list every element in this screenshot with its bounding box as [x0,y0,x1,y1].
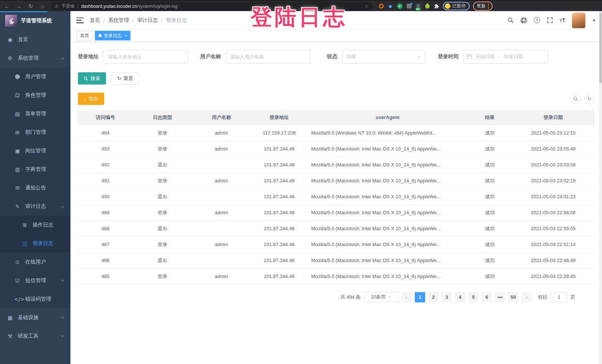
breadcrumb-item[interactable]: 首页 [90,17,100,24]
page-button-3[interactable]: 3 [441,292,452,302]
prev-page-button[interactable]: ‹ [401,292,412,302]
page-button-6[interactable]: 6 [482,292,492,302]
table-cell: 488 [78,221,133,236]
tag-首页[interactable]: 首页 [76,31,93,40]
table-row[interactable]: 493登录admin101.87.244.46Mozilla/5.0 (Maci… [78,141,595,157]
refresh-table-icon[interactable]: ↻ [584,94,595,104]
table-row[interactable]: 487登录admin101.87.244.46Mozilla/5.0 (Maci… [78,236,595,252]
table-row[interactable]: 494登录admin117.159.17.226Mozilla/5.0 (Win… [78,125,595,141]
address-input[interactable] [103,50,188,63]
table-cell: 2021-05-03 22:55:05 [512,221,595,236]
home-icon[interactable]: ⌂ [39,3,47,9]
user-avatar[interactable] [572,13,585,28]
table-cell: 101.87.244.46 [251,157,308,173]
caret-down-icon[interactable]: ▼ [592,18,596,23]
breadcrumb-item[interactable]: 系统管理 [108,17,129,24]
github-icon[interactable] [520,17,527,24]
sidebar-item-操作日志[interactable]: ≣操作日志 [0,216,70,234]
sidebar-item-短信管理[interactable]: ☑短信管理 [0,271,70,290]
page-size-select[interactable]: 10条/页 [364,292,398,302]
sidebar-item-研发工具[interactable]: ⚒研发工具 [0,327,70,345]
help-icon[interactable]: ? [534,17,540,23]
sidebar-item-在线用户[interactable]: ⊙在线用户 [0,253,70,271]
table-cell: admin [192,268,251,284]
reload-icon[interactable]: ↻ [27,3,35,10]
window-scrollbar[interactable] [599,11,602,364]
back-icon[interactable]: ← [3,3,11,9]
extension-green-icon[interactable]: ♥ [397,3,403,9]
date-range-picker[interactable]: 开始日期 - 结束日期 [463,50,548,63]
breadcrumb-item[interactable]: 审计日志 [137,17,158,24]
table-cell [192,189,251,205]
table-cell: 487 [78,236,133,252]
sidebar-item-登录日志[interactable]: ◫登录日志 [0,234,70,253]
sidebar-item-基础设施[interactable]: ▦基础设施 [0,308,70,327]
sidebar-item-label: 菜单管理 [25,110,46,117]
table-row[interactable]: 489登录admin101.87.244.46Mozilla/5.0 (Maci… [78,205,595,221]
table-row[interactable]: 485登录admin101.87.244.46Mozilla/5.0 (Maci… [78,268,595,284]
table-row[interactable]: 490退出101.87.244.46Mozilla/5.0 (Macintosh… [78,189,595,205]
page-button-5[interactable]: 5 [468,292,479,302]
paused-extension-pill[interactable]: 已暂停 [443,2,470,10]
reset-button[interactable]: ↻ 重置 [111,72,139,85]
sidebar-item-错误码管理[interactable]: </>错误码管理 [0,290,70,308]
url-text[interactable]: dashboard.yudao.iocoder.cn/system/log/lo… [81,4,178,9]
export-button[interactable]: ↓ 导出 [78,93,104,105]
username-input[interactable] [225,50,311,63]
extensions-puzzle-icon[interactable] [434,3,440,9]
table-row[interactable]: 488退出101.87.244.46Mozilla/5.0 (Macintosh… [78,221,595,236]
security-label[interactable]: 不安全 [62,3,75,9]
goto-page-input[interactable] [550,292,568,302]
end-date-placeholder[interactable]: 结束日期 [504,53,523,60]
hamburger-icon[interactable] [76,17,84,23]
sidebar-item-角色管理[interactable]: ☺角色管理 [0,86,70,105]
column-header: 登录日期 [512,110,595,125]
sidebar-item-岗位管理[interactable]: ▣岗位管理 [0,142,70,160]
more-pages-button[interactable]: ••• [495,292,505,302]
bookmark-star-icon[interactable]: ☆ [364,4,368,9]
tag-close-icon[interactable]: × [125,33,127,38]
table-cell: 登录 [133,141,192,157]
sidebar-item-用户管理[interactable]: ☻用户管理 [0,67,70,86]
font-size-icon[interactable]: TT [560,17,565,23]
fullscreen-icon[interactable] [547,17,553,23]
sidebar-item-菜单管理[interactable]: ▤菜单管理 [0,105,70,123]
toggle-search-icon[interactable] [570,94,580,104]
page-button-1[interactable]: 1 [415,292,425,302]
extension-grid-icon[interactable] [406,3,412,9]
time-label: 登录时间 [438,53,459,60]
table-row[interactable]: 486退出101.87.244.46Mozilla/5.0 (Macintosh… [78,252,595,268]
search-icon[interactable] [507,17,514,23]
loading-progress-bar [0,11,47,12]
scrollbar-thumb[interactable] [599,13,602,83]
start-date-placeholder[interactable]: 开始日期 [476,53,495,60]
search-button[interactable]: 搜索 [78,72,106,85]
extension-donut-icon[interactable] [378,3,384,9]
sms-icon: ☑ [14,278,21,284]
app-logo-row[interactable]: 芋道管理系统 [0,11,70,30]
sidebar-item-字典管理[interactable]: ▥字典管理 [0,160,70,179]
sidebar-item-label: 岗位管理 [25,148,46,154]
extension-list-icon[interactable]: ☰on [415,3,421,9]
table-cell: 成功 [468,268,512,284]
sidebar-item-首页[interactable]: ◉首页 [0,30,70,49]
page-button-4[interactable]: 4 [455,292,465,302]
forward-icon[interactable]: → [15,3,23,9]
sidebar-item-通知公告[interactable]: ✉通知公告 [0,179,70,197]
table-cell: 101.87.244.46 [251,173,308,189]
browser-menu-icon[interactable] [488,4,489,9]
table-row[interactable]: 492退出101.87.244.46Mozilla/5.0 (Macintosh… [78,157,595,173]
sidebar-item-系统管理[interactable]: ⚙系统管理 [0,49,70,67]
browser-update-button[interactable]: 更新 [473,1,493,11]
page-button-2[interactable]: 2 [428,292,439,302]
page-button-50[interactable]: 50 [508,292,519,302]
extension-leaf-icon[interactable] [424,3,430,9]
sidebar-item-审计日志[interactable]: ✎审计日志 [0,197,70,216]
extension-gem-icon[interactable]: ◆ [387,3,393,9]
total-count: 共 494 条 [340,294,361,301]
status-select[interactable]: 结果 [342,50,425,63]
sidebar-item-部门管理[interactable]: ⊞部门管理 [0,123,70,142]
next-page-button[interactable]: › [522,292,532,302]
tag-登录日志[interactable]: 登录日志× [95,31,130,40]
table-row[interactable]: 491登录admin101.87.244.46Mozilla/5.0 (Maci… [78,173,595,189]
